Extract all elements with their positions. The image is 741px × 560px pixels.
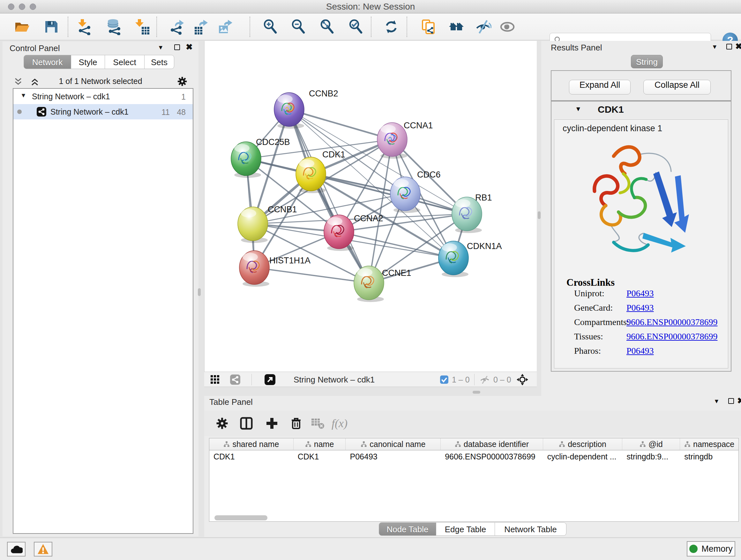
apply-layout-button[interactable]	[382, 18, 400, 36]
save-session-button[interactable]	[42, 18, 60, 36]
panel-menu-icon[interactable]: ▼	[158, 44, 164, 51]
open-in-window-button[interactable]	[264, 374, 276, 385]
warnings-button[interactable]	[34, 542, 52, 557]
cloud-status-button[interactable]	[7, 542, 25, 557]
tab-node-table[interactable]: Node Table	[379, 522, 436, 536]
zoom-in-button[interactable]	[262, 18, 280, 36]
section-collapse-icon[interactable]: ▼	[575, 105, 582, 113]
column-header[interactable]: shared name	[209, 438, 293, 450]
show-columns-button[interactable]	[239, 416, 254, 431]
collapse-all-button[interactable]: Collapse All	[643, 80, 711, 95]
control-panel-title: Control Panel	[10, 44, 60, 53]
network-edge[interactable]	[254, 267, 369, 283]
network-node-hist1h1a[interactable]: HIST1H1A	[239, 251, 311, 287]
panel-close-icon[interactable]: ✖	[737, 396, 741, 406]
tab-network-table[interactable]: Network Table	[495, 522, 566, 536]
tab-style[interactable]: Style	[71, 55, 105, 69]
panel-menu-icon[interactable]: ▼	[712, 44, 718, 51]
results-panel: Results Panel ▼ ✖ String Expand All Coll…	[541, 41, 741, 396]
show-all-button[interactable]	[498, 18, 516, 36]
network-node-cdc25b[interactable]: CDC25B	[231, 137, 290, 178]
column-header[interactable]: database identifier	[441, 438, 543, 450]
table-panel-header: Table Panel ▼ ✖	[204, 396, 741, 409]
zoom-selected-button[interactable]	[347, 18, 365, 36]
table-row[interactable]: CDK1 CDK1 P06493 9606.ENSP00000378699 cy…	[209, 450, 738, 462]
zoom-fit-button[interactable]	[319, 18, 336, 36]
crosslink-link[interactable]: 9606.ENSP00000378699	[626, 331, 718, 341]
network-node-count: 11	[161, 108, 170, 117]
left-splitter-handle[interactable]	[198, 288, 201, 296]
network-options-gear-icon[interactable]	[177, 76, 188, 88]
show-grid-button[interactable]	[210, 374, 220, 385]
network-node-ccne1[interactable]: CCNE1	[354, 266, 411, 302]
selected-checkbox[interactable]	[440, 374, 449, 385]
network-node-rb1[interactable]: RB1	[452, 193, 492, 233]
memory-button[interactable]: Memory	[687, 541, 735, 557]
export-network-button[interactable]	[168, 18, 186, 36]
export-table-button[interactable]	[192, 18, 210, 36]
panel-float-icon[interactable]	[174, 44, 180, 50]
tab-sets[interactable]: Sets	[145, 55, 174, 69]
crosslink-link[interactable]: 9606.ENSP00000378699	[626, 317, 718, 327]
network-edge[interactable]	[289, 110, 392, 139]
import-network-from-database-button[interactable]	[105, 18, 123, 36]
cell-id[interactable]: stringdb:9...	[622, 450, 680, 462]
column-header[interactable]: @id	[622, 438, 680, 450]
network-node-cdkn1a[interactable]: CDKN1A	[439, 241, 502, 277]
delete-table-button[interactable]	[310, 416, 326, 431]
memory-label: Memory	[701, 544, 733, 554]
panel-close-icon[interactable]: ✖	[186, 42, 193, 52]
tab-edge-table[interactable]: Edge Table	[436, 522, 495, 536]
import-network-button[interactable]	[75, 18, 93, 36]
tab-network[interactable]: Network	[23, 55, 71, 69]
cell-description[interactable]: cyclin-dependent ...	[543, 450, 623, 462]
panel-float-icon[interactable]	[726, 44, 732, 50]
hidden-toggle[interactable]	[479, 374, 490, 385]
hide-selected-button[interactable]	[474, 18, 492, 36]
table-options-button[interactable]	[214, 416, 230, 431]
cell-canonical-name[interactable]: P06493	[346, 450, 441, 462]
table-horizontal-scrollbar[interactable]	[214, 515, 267, 520]
column-header[interactable]: canonical name	[346, 438, 441, 450]
column-header[interactable]: description	[543, 438, 623, 450]
column-header[interactable]: name	[293, 438, 346, 450]
crosslink-link[interactable]: P06493	[626, 288, 654, 299]
panel-close-icon[interactable]: ✖	[735, 42, 741, 51]
network-collection-row[interactable]: ▼ String Network – cdk1 1	[13, 89, 193, 104]
right-splitter-handle[interactable]	[538, 211, 541, 219]
import-table-button[interactable]	[133, 18, 151, 36]
protein-section-header[interactable]: ▼ CDK1	[551, 102, 731, 118]
network-node-ccnb2[interactable]: CCNB2	[274, 89, 338, 129]
network-node-cdc6[interactable]: CDC6	[390, 170, 441, 213]
network-row-selected[interactable]: String Network – cdk1 11 48	[13, 104, 193, 119]
cell-database-identifier[interactable]: 9606.ENSP00000378699	[441, 450, 543, 462]
tab-select[interactable]: Select	[105, 55, 145, 69]
export-image-button[interactable]	[216, 18, 234, 36]
column-header[interactable]: namespace	[680, 438, 738, 450]
crosslink-link[interactable]: P06493	[626, 346, 654, 356]
table-header-row: shared name name canonical name database…	[209, 438, 738, 450]
create-column-button[interactable]	[264, 416, 280, 431]
cell-namespace[interactable]: stringdb	[680, 450, 738, 462]
tree-expand-icon[interactable]: ▼	[20, 92, 26, 99]
cell-name[interactable]: CDK1	[293, 450, 346, 462]
expand-all-button[interactable]: Expand All	[569, 80, 630, 95]
fx-icon: f(x)	[332, 417, 347, 430]
duplicate-network-button[interactable]	[419, 18, 437, 36]
results-tab-string[interactable]: String	[631, 55, 663, 68]
network-node-cdk1[interactable]: CDK1	[296, 150, 345, 193]
network-share-view-button[interactable]	[230, 374, 241, 385]
cell-shared-name[interactable]: CDK1	[209, 450, 293, 462]
birds-eye-view-button[interactable]	[516, 374, 529, 385]
panel-menu-icon[interactable]: ▼	[714, 398, 720, 405]
panel-float-icon[interactable]	[728, 398, 734, 404]
network-canvas[interactable]: CCNB2CCNA1CDC25BCDK1CDC6RB1CCNB1CCNA2CDK…	[204, 41, 537, 372]
crosslink-link[interactable]: P06493	[626, 303, 654, 313]
horizontal-splitter-handle[interactable]	[473, 391, 480, 394]
zoom-in-icon	[262, 18, 279, 35]
first-neighbors-button[interactable]	[448, 18, 465, 36]
delete-column-button[interactable]	[288, 416, 304, 431]
function-builder-button[interactable]: f(x)	[332, 416, 347, 431]
open-session-button[interactable]	[13, 18, 30, 36]
zoom-out-button[interactable]	[290, 18, 308, 36]
